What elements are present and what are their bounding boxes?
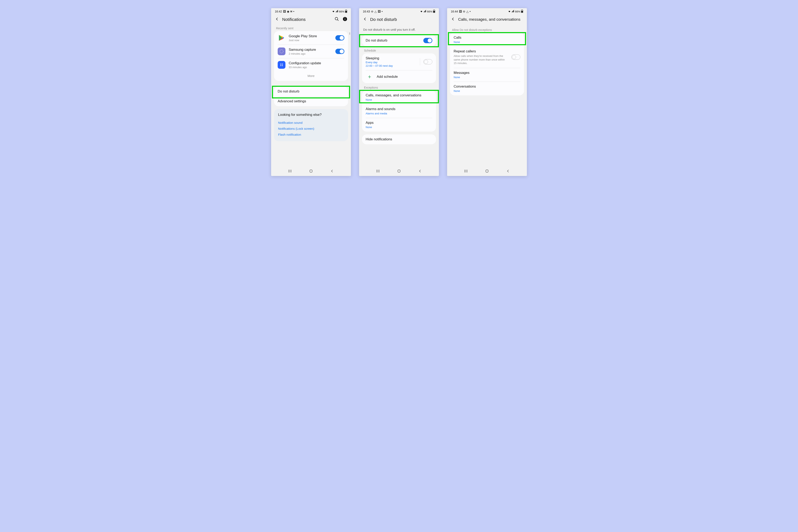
- alarms-row[interactable]: Alarms and sounds Alarms and media: [362, 104, 436, 118]
- header: Do not disturb: [359, 15, 439, 25]
- repeat-toggle[interactable]: [511, 54, 520, 60]
- repeat-callers-row[interactable]: Repeat callers Allow calls when they're …: [450, 46, 524, 68]
- battery-pct: 66%: [515, 10, 520, 13]
- toggle-play-store[interactable]: [335, 35, 344, 40]
- info-icon[interactable]: [343, 17, 347, 22]
- svg-rect-14: [434, 10, 434, 10]
- messages-label: Messages: [454, 71, 469, 75]
- apps-sub: None: [366, 126, 372, 129]
- back-icon[interactable]: [363, 17, 367, 22]
- dnd-status-text: Do not disturb is on until you turn it o…: [359, 25, 439, 35]
- phone-screen-3: 16:44 🖼 ⊖ △ • 66% Calls, messages, and c…: [447, 8, 527, 176]
- repeat-desc: Allow calls when they're received from t…: [454, 54, 508, 65]
- phone-screen-1: 16:42 🖼 ◉ M • 66% Notifications: [271, 8, 351, 176]
- dot-icon: •: [293, 10, 294, 13]
- app-row-play-store[interactable]: Google Play Store Just now: [274, 31, 348, 44]
- svg-point-6: [345, 18, 345, 18]
- app-row-samsung-capture[interactable]: Samsung capture 2 minutes ago: [274, 44, 348, 58]
- link-flash-notification[interactable]: Flash notification: [278, 132, 344, 137]
- drive-icon: △: [466, 10, 469, 13]
- section-exceptions: Exceptions: [359, 83, 439, 91]
- calls-msgs-row[interactable]: Calls, messages, and conversations None: [362, 91, 436, 104]
- section-allow: Allow Do not disturb exceptions: [450, 25, 524, 33]
- exceptions-list-card: Calls None Repeat callers Allow calls wh…: [450, 33, 524, 95]
- svg-rect-15: [433, 11, 435, 13]
- apps-row[interactable]: Apps None: [362, 118, 436, 132]
- dot-icon: •: [382, 10, 383, 13]
- link-notifications-lockscreen[interactable]: Notifications (Lock screen): [278, 126, 344, 132]
- recents-icon[interactable]: [376, 169, 380, 174]
- recents-icon[interactable]: [288, 169, 292, 174]
- battery-icon: [433, 10, 435, 14]
- messages-row[interactable]: Messages None: [450, 68, 524, 82]
- do-not-disturb-row[interactable]: Do not disturb: [274, 87, 348, 96]
- svg-point-11: [282, 65, 283, 66]
- advanced-label: Advanced settings: [278, 99, 306, 103]
- calls-msgs-label: Calls, messages, and conversations: [366, 93, 421, 97]
- svg-rect-5: [345, 19, 345, 20]
- recents-icon[interactable]: [464, 169, 468, 174]
- conversations-sub: None: [454, 90, 460, 93]
- exceptions-card: Calls, messages, and conversations None …: [362, 91, 436, 132]
- status-bar: 16:42 🖼 ◉ M • 66%: [271, 8, 351, 15]
- add-schedule-row[interactable]: ＋ Add schedule: [362, 70, 436, 83]
- back-nav-icon[interactable]: [506, 169, 510, 174]
- image-icon: 🖼: [283, 10, 286, 13]
- dnd-toggle[interactable]: [423, 38, 432, 43]
- dot-icon: •: [470, 10, 471, 13]
- svg-rect-18: [522, 10, 522, 10]
- svg-point-8: [280, 64, 281, 65]
- nav-bar: [447, 167, 527, 176]
- nav-bar: [359, 167, 439, 176]
- svg-rect-20: [486, 170, 488, 172]
- status-bar: 16:44 🖼 ⊖ △ • 66%: [447, 8, 527, 15]
- svg-rect-2: [345, 11, 347, 13]
- calls-row[interactable]: Calls None: [450, 33, 524, 46]
- advanced-settings-row[interactable]: Advanced settings: [274, 96, 348, 106]
- home-icon[interactable]: [485, 169, 489, 174]
- back-icon[interactable]: [275, 17, 279, 22]
- toggle-samsung-capture[interactable]: [335, 49, 344, 54]
- add-schedule-label: Add schedule: [377, 75, 398, 79]
- dnd-card: Do not disturb Advanced settings: [274, 87, 348, 106]
- config-update-icon: [278, 61, 285, 69]
- hide-notifications-card: Hide notifications: [362, 134, 436, 144]
- image-icon: 🖼: [459, 10, 462, 13]
- back-icon[interactable]: [451, 17, 455, 22]
- person-icon: ◉: [287, 10, 289, 13]
- sleeping-sub1: Every day: [366, 61, 417, 64]
- svg-rect-16: [398, 170, 400, 172]
- signal-icon: [336, 10, 338, 13]
- home-icon[interactable]: [309, 169, 313, 174]
- page-title: Do not disturb: [370, 17, 435, 22]
- back-nav-icon[interactable]: [418, 169, 422, 174]
- schedule-sleeping-row[interactable]: Sleeping Every day 22:00 ~ 07:00 next da…: [362, 53, 436, 70]
- status-bar: 16:43 ⊖ △ 🖼 • 66%: [359, 8, 439, 15]
- app-time: 2 minutes ago: [289, 52, 332, 55]
- sleeping-toggle[interactable]: [423, 59, 432, 64]
- signal-icon: [512, 10, 514, 13]
- nav-bar: [271, 167, 351, 176]
- play-store-icon: [278, 34, 285, 42]
- dnd-toggle-row[interactable]: Do not disturb: [362, 35, 436, 46]
- more-button[interactable]: More: [274, 72, 348, 81]
- wifi-icon: [332, 10, 335, 13]
- app-name: Configuration update: [289, 61, 344, 65]
- app-row-config-update[interactable]: Configuration update 33 minutes ago: [274, 58, 348, 72]
- home-icon[interactable]: [397, 169, 401, 174]
- svg-point-9: [282, 64, 283, 65]
- hide-notifications-row[interactable]: Hide notifications: [362, 134, 436, 144]
- looking-title: Looking for something else?: [278, 113, 344, 117]
- image-icon: 🖼: [378, 10, 381, 13]
- search-icon[interactable]: [335, 17, 339, 22]
- back-nav-icon[interactable]: [330, 169, 334, 174]
- dnd-status-icon: ⊖: [371, 10, 374, 13]
- clock: 16:43: [363, 10, 370, 13]
- page-title: Notifications: [282, 17, 332, 22]
- conversations-row[interactable]: Conversations None: [450, 82, 524, 95]
- scrollbar[interactable]: [349, 32, 350, 35]
- sleeping-sub2: 22:00 ~ 07:00 next day: [366, 64, 417, 67]
- link-notification-sound[interactable]: Notification sound: [278, 120, 344, 126]
- svg-point-7: [280, 50, 283, 53]
- clock: 16:42: [275, 10, 282, 13]
